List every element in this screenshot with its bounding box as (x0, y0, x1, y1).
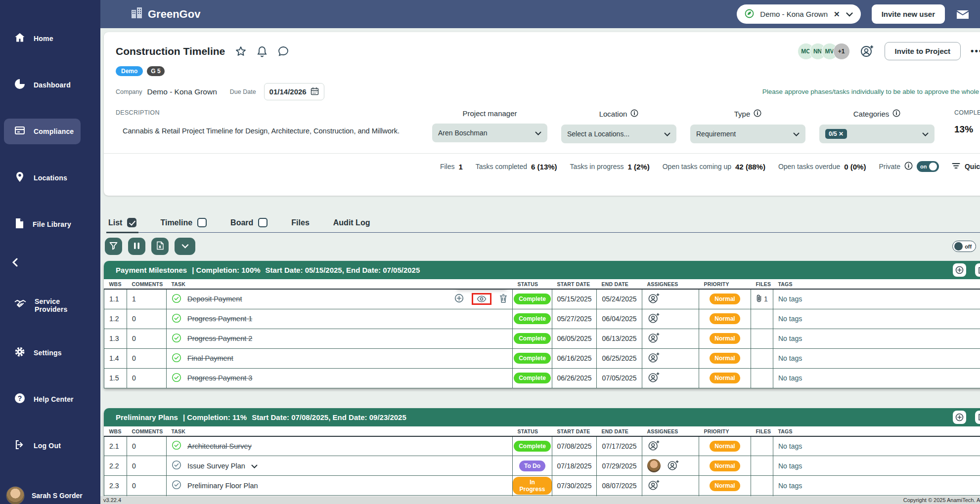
comments-cell[interactable]: 0 (127, 368, 167, 388)
sidebar-item-dashboard[interactable]: Dashboard (4, 72, 95, 98)
task-name[interactable]: Preliminary Floor Plan (187, 482, 258, 490)
tags-cell[interactable]: No tags (773, 368, 980, 388)
export-excel-button[interactable] (151, 238, 169, 255)
start-date-cell[interactable]: 06/16/2025 (552, 348, 597, 368)
priority-cell[interactable]: Normal (699, 476, 751, 496)
invite-to-project-button[interactable]: Invite to Project (885, 42, 961, 60)
expand-task-chevron-icon[interactable] (251, 462, 258, 470)
task-name[interactable]: Deposit Payment (187, 295, 242, 303)
assign-person-add-icon[interactable] (647, 371, 661, 385)
end-date-cell[interactable]: 06/25/2025 (597, 348, 642, 368)
sidebar-item-file-library[interactable]: File Library (4, 211, 95, 237)
task-cell[interactable]: Final Payment (167, 348, 513, 368)
end-date-cell[interactable]: 07/17/2025 (597, 436, 642, 456)
check-circle-icon[interactable] (172, 460, 181, 471)
categories-chip[interactable]: 0/5 ✕ (825, 129, 847, 139)
comments-cell[interactable]: 0 (127, 456, 167, 476)
start-date-cell[interactable]: 05/27/2025 (552, 309, 597, 329)
info-icon[interactable] (904, 162, 913, 172)
invite-new-user-button[interactable]: Invite new user (872, 4, 945, 24)
files-cell[interactable] (751, 329, 773, 348)
chevron-down-icon[interactable] (846, 10, 853, 18)
end-date-cell[interactable]: 05/24/2025 (597, 289, 642, 309)
status-cell[interactable]: Complete (513, 289, 552, 309)
assign-person-add-icon[interactable] (647, 292, 661, 306)
more-options-icon[interactable]: ••• (971, 46, 980, 56)
comments-cell[interactable]: 0 (127, 329, 167, 348)
task-cell[interactable]: Progress Payment 3 (167, 368, 513, 388)
assignees-cell[interactable] (642, 348, 699, 368)
mail-icon[interactable] (956, 9, 970, 20)
check-circle-icon[interactable] (172, 333, 181, 344)
task-row[interactable]: 2.30Preliminary Floor PlanIn Progress07/… (104, 476, 980, 496)
files-cell[interactable] (751, 309, 773, 329)
assignees-cell[interactable] (642, 436, 699, 456)
files-cell[interactable] (751, 368, 773, 388)
tags-cell[interactable]: No tags (773, 476, 980, 496)
task-cell[interactable]: Progress Payment 2 (167, 329, 513, 348)
priority-cell[interactable]: Normal (699, 309, 751, 329)
type-select[interactable]: Requirement (690, 125, 805, 143)
start-date-cell[interactable]: 07/08/2025 (552, 436, 597, 456)
task-row[interactable]: 2.10Architectural SurveyComplete07/08/20… (104, 436, 980, 456)
priority-cell[interactable]: Normal (699, 289, 751, 309)
assignee-avatar-stack[interactable]: MC NN MV +1 (798, 43, 850, 60)
edit-phase-button[interactable] (975, 263, 980, 277)
tags-cell[interactable]: No tags (773, 329, 980, 348)
check-circle-icon[interactable] (172, 294, 181, 305)
tags-cell[interactable]: No tags (773, 348, 980, 368)
clear-company-icon[interactable]: ✕ (834, 10, 840, 19)
view-task-eye-icon[interactable]: View a task (472, 293, 491, 305)
company-selector[interactable]: Demo - Kona Grown ✕ (737, 4, 860, 24)
categories-select[interactable]: 0/5 ✕ (819, 125, 935, 143)
more-actions-button[interactable] (175, 238, 195, 255)
sidebar-item-settings[interactable]: Settings (4, 340, 95, 366)
due-date-input[interactable]: 01/14/2026 (264, 83, 324, 100)
start-date-cell[interactable]: 05/15/2025 (552, 289, 597, 309)
assign-person-add-icon[interactable] (647, 332, 661, 345)
end-date-cell[interactable]: 07/29/2025 (597, 456, 642, 476)
files-cell[interactable] (751, 456, 773, 476)
start-date-cell[interactable]: 06/26/2025 (552, 368, 597, 388)
list-checkbox[interactable] (127, 218, 136, 227)
task-row[interactable]: 1.40Final PaymentComplete06/16/202506/25… (104, 348, 980, 368)
end-date-cell[interactable]: 06/13/2025 (597, 329, 642, 348)
priority-cell[interactable]: Normal (699, 329, 751, 348)
person-add-icon[interactable] (860, 44, 875, 58)
task-cell[interactable]: Architectural Survey (167, 436, 513, 456)
comments-cell[interactable]: 1 (127, 289, 167, 309)
all-tasks-toggle[interactable]: off (952, 241, 976, 252)
task-cell[interactable]: Issue Survey Plan (167, 456, 513, 476)
sidebar-item-compliance[interactable]: Compliance (4, 119, 81, 144)
add-task-button[interactable] (953, 263, 966, 277)
status-cell[interactable]: Complete (513, 348, 552, 368)
pause-button[interactable] (128, 238, 145, 255)
comment-bubble-icon[interactable] (277, 45, 289, 57)
task-name[interactable]: Progress Payment 1 (187, 315, 252, 323)
assign-person-add-icon[interactable] (647, 479, 661, 493)
filter-button[interactable] (105, 238, 122, 255)
tab-list[interactable]: List (108, 218, 136, 232)
assign-person-add-icon[interactable] (667, 459, 680, 473)
end-date-cell[interactable]: 07/05/2025 (597, 368, 642, 388)
info-icon[interactable] (630, 109, 638, 119)
tags-cell[interactable]: No tags (773, 289, 980, 309)
private-toggle[interactable]: on (917, 161, 939, 172)
end-date-cell[interactable]: 06/04/2025 (597, 309, 642, 329)
add-task-button[interactable] (953, 411, 966, 424)
start-date-cell[interactable]: 07/18/2025 (552, 456, 597, 476)
task-row[interactable]: 1.20Progress Payment 1Complete05/27/2025… (104, 309, 980, 329)
comments-cell[interactable]: 0 (127, 436, 167, 456)
info-icon[interactable] (754, 109, 761, 119)
task-name[interactable]: Architectural Survey (187, 442, 252, 450)
sidebar-item-service-providers[interactable]: Service Providers (4, 292, 95, 319)
check-circle-icon[interactable] (172, 480, 181, 491)
assignee-avatar[interactable] (647, 459, 661, 472)
task-name[interactable]: Progress Payment 3 (187, 374, 252, 382)
status-cell[interactable]: To Do (513, 456, 552, 476)
delete-task-icon[interactable] (499, 294, 507, 304)
end-date-cell[interactable]: 08/07/2025 (597, 476, 642, 496)
tab-board[interactable]: Board (230, 218, 267, 232)
status-cell[interactable]: Complete (513, 368, 552, 388)
assignees-cell[interactable] (642, 368, 699, 388)
